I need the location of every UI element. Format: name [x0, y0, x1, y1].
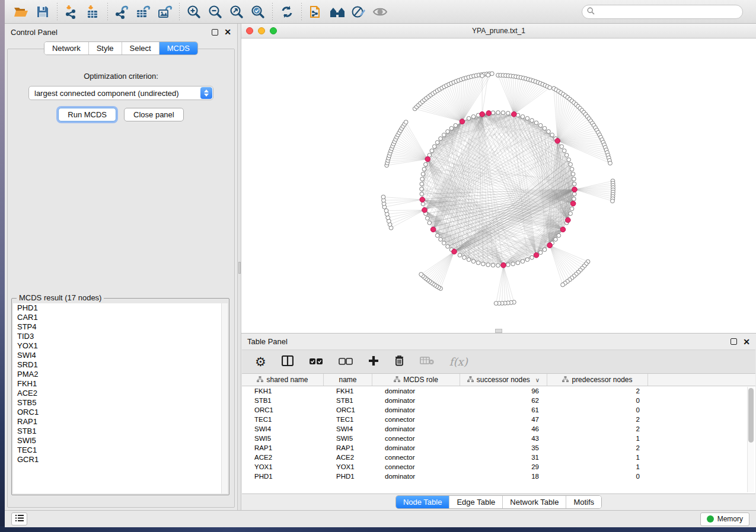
column-header-successor-nodes[interactable]: successor nodes∨ [460, 374, 547, 386]
column-header-MCDS-role[interactable]: MCDS role [372, 374, 460, 386]
status-bar: Memory [5, 510, 756, 527]
table-row[interactable]: PHD1PHD1dominator180 [242, 472, 755, 481]
annotation-toggle-button[interactable] [348, 2, 369, 21]
memory-button[interactable]: Memory [700, 512, 749, 526]
select-all-rows-button[interactable] [309, 357, 323, 367]
mcds-result-item[interactable]: STB1 [13, 427, 228, 436]
table-body: FKH1FKH1dominator962STB1STB1dominator620… [242, 386, 755, 481]
delete-column-button[interactable] [394, 355, 404, 368]
search-box[interactable] [582, 5, 743, 19]
cell-shared-name: STB1 [242, 396, 324, 405]
mcds-result-item[interactable]: STB5 [13, 398, 228, 408]
refresh-layout-button[interactable] [276, 2, 298, 21]
float-table-panel-icon[interactable] [731, 338, 737, 345]
export-network-button[interactable] [111, 2, 133, 21]
cell-predecessor-nodes: 0 [547, 396, 648, 405]
run-mcds-button[interactable]: Run MCDS [58, 108, 116, 121]
column-visibility-button[interactable] [282, 355, 294, 368]
mcds-result-list[interactable]: PHD1CAR1STP4TID3YOX1SWI4SRD1PMA2FKH1ACE2… [13, 303, 228, 493]
mcds-result-item[interactable]: CAR1 [13, 313, 228, 322]
mcds-result-item[interactable]: TID3 [13, 332, 228, 341]
splitter-handle[interactable] [238, 262, 241, 274]
table-row[interactable]: TEC1TEC1connector472 [242, 415, 755, 424]
mcds-result-item[interactable]: RAP1 [13, 417, 228, 427]
table-row[interactable]: ACE2ACE2connector311 [242, 453, 755, 462]
criterion-select[interactable]: largest connected component (undirected) [28, 86, 213, 100]
table-row[interactable]: STB1STB1dominator620 [242, 396, 755, 405]
cell-shared-name: ACE2 [242, 453, 324, 462]
zoom-out-button[interactable] [205, 2, 226, 21]
mcds-result-item[interactable]: SWI5 [13, 436, 228, 446]
tab-style[interactable]: Style [89, 42, 122, 55]
deselect-all-rows-button[interactable] [339, 357, 353, 367]
attribute-type-icon [467, 376, 474, 384]
first-neighbors-button[interactable] [327, 2, 348, 21]
tab-network-table[interactable]: Network Table [503, 496, 566, 508]
column-header-predecessor-nodes[interactable]: predecessor nodes [547, 374, 648, 386]
mcds-result-item[interactable]: FKH1 [13, 379, 228, 389]
function-builder-button[interactable]: f(x) [449, 355, 468, 368]
close-panel-button[interactable]: Close panel [124, 108, 184, 121]
cell-predecessor-nodes: 2 [547, 424, 648, 434]
zoom-selected-button[interactable] [247, 2, 269, 21]
tab-edge-table[interactable]: Edge Table [449, 496, 503, 508]
export-image-button[interactable] [154, 2, 176, 21]
tab-select[interactable]: Select [122, 42, 160, 55]
import-table-icon [85, 5, 101, 19]
mcds-result-item[interactable]: ACE2 [13, 389, 228, 398]
table-row[interactable]: ORC1ORC1dominator610 [242, 405, 755, 415]
cell-successor-nodes: 43 [460, 434, 547, 443]
show-hide-eye-button[interactable] [369, 2, 391, 21]
table-scrollbar[interactable] [747, 387, 754, 492]
table-row[interactable]: SWI4SWI4dominator462 [242, 424, 755, 434]
mcds-result-item[interactable]: SRD1 [13, 360, 228, 370]
table-row[interactable]: YOX1YOX1connector291 [242, 462, 755, 472]
checked-boxes-icon [309, 357, 323, 367]
tab-network[interactable]: Network [44, 42, 89, 55]
delete-table-button[interactable] [420, 356, 434, 367]
mcds-result-item[interactable]: ORC1 [13, 408, 228, 417]
save-session-button[interactable] [32, 2, 53, 21]
table-row[interactable]: SWI5SWI5connector431 [242, 434, 755, 443]
float-panel-icon[interactable] [212, 29, 218, 36]
tab-node-table[interactable]: Node Table [396, 496, 450, 508]
table-row[interactable]: RAP1RAP1dominator352 [242, 443, 755, 453]
import-network-button[interactable] [61, 2, 82, 21]
zoom-in-button[interactable] [183, 2, 205, 21]
ndex-share-document-button[interactable] [305, 2, 327, 21]
network-graph[interactable] [241, 39, 756, 333]
cell-mcds-role: dominator [372, 472, 460, 481]
add-column-button[interactable] [368, 355, 379, 368]
network-canvas[interactable] [241, 39, 756, 333]
mcds-result-item[interactable]: PMA2 [13, 370, 228, 379]
network-view-titlebar: YPA_prune.txt_1 [241, 24, 756, 39]
node-table[interactable]: shared namenameMCDS rolesuccessor nodes∨… [242, 374, 755, 494]
table-scrollbar-thumb[interactable] [748, 388, 754, 443]
tab-motifs[interactable]: Motifs [566, 496, 601, 508]
export-table-button[interactable] [133, 2, 154, 21]
unchecked-boxes-icon [339, 357, 353, 367]
close-panel-icon[interactable]: ✕ [224, 28, 231, 36]
mcds-list-scrollbar[interactable] [221, 303, 228, 493]
column-header-name[interactable]: name [324, 374, 372, 386]
open-file-button[interactable] [11, 2, 32, 21]
tab-mcds[interactable]: MCDS [160, 42, 197, 55]
status-menu-button[interactable] [11, 512, 27, 525]
table-row[interactable]: FKH1FKH1dominator962 [242, 386, 755, 396]
column-header-shared-name[interactable]: shared name [242, 374, 324, 386]
zoom-fit-button[interactable] [226, 2, 247, 21]
gear-icon: ⚙ [255, 355, 266, 368]
mcds-result-item[interactable]: YOX1 [13, 341, 228, 351]
table-settings-button[interactable]: ⚙ [255, 355, 266, 368]
mcds-result-item[interactable]: STP4 [13, 322, 228, 332]
close-table-panel-icon[interactable]: ✕ [743, 338, 750, 346]
horizontal-splitter-handle[interactable] [495, 329, 502, 333]
mcds-result-item[interactable]: SWI4 [13, 351, 228, 360]
mcds-result-item[interactable]: PHD1 [13, 303, 228, 313]
import-table-button[interactable] [82, 2, 104, 21]
mcds-result-item[interactable]: GCR1 [13, 455, 228, 464]
vertical-splitter[interactable] [237, 24, 241, 510]
cell-predecessor-nodes: 0 [547, 472, 648, 481]
search-input[interactable] [595, 8, 738, 16]
mcds-result-item[interactable]: TEC1 [13, 446, 228, 455]
